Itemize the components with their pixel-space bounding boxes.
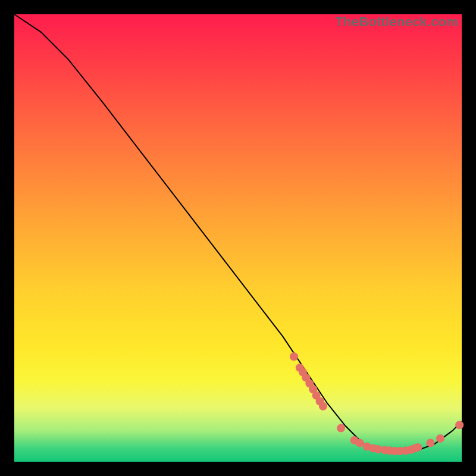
curve-markers xyxy=(290,352,464,455)
data-point xyxy=(436,434,444,443)
chart-svg xyxy=(14,14,462,462)
data-point xyxy=(356,439,364,447)
plot-area: TheBottleneck.com xyxy=(14,14,462,462)
data-point xyxy=(337,424,345,433)
data-point xyxy=(455,421,464,429)
data-point xyxy=(319,402,327,411)
data-point xyxy=(414,443,422,452)
curve-line xyxy=(14,14,462,453)
data-point xyxy=(426,439,434,447)
data-point xyxy=(290,352,298,361)
chart-canvas: TheBottleneck.com xyxy=(0,0,476,476)
